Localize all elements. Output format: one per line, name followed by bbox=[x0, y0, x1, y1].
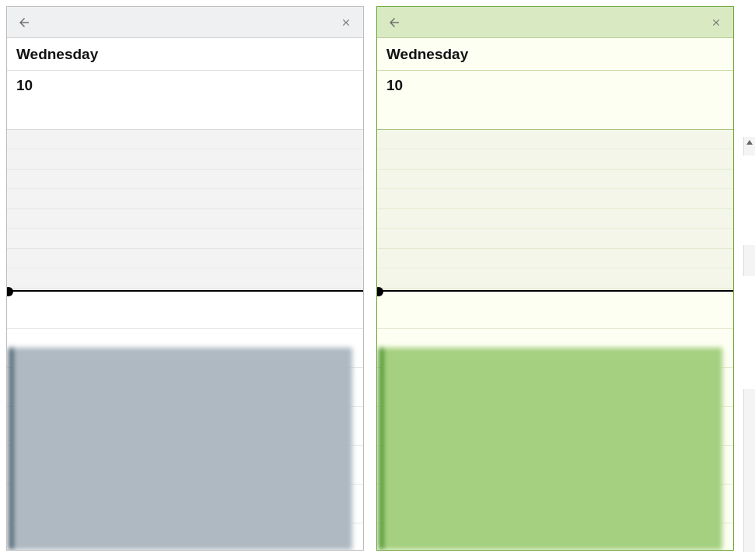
back-arrow-icon bbox=[17, 16, 31, 30]
day-of-week-label: Wednesday bbox=[7, 38, 363, 71]
close-button[interactable] bbox=[705, 12, 727, 33]
panel-titlebar bbox=[7, 7, 363, 38]
back-button[interactable] bbox=[13, 12, 35, 33]
current-time-line bbox=[7, 290, 363, 292]
nonworking-hours-shade bbox=[377, 130, 733, 290]
calendar-panel-left: Wednesday 10 bbox=[6, 6, 364, 551]
panel-titlebar bbox=[377, 7, 733, 38]
day-of-week-label: Wednesday bbox=[377, 38, 733, 71]
scrollbar-segment[interactable] bbox=[743, 245, 755, 276]
time-grid[interactable] bbox=[377, 130, 733, 550]
back-button[interactable] bbox=[383, 12, 405, 33]
calendar-event[interactable] bbox=[379, 348, 722, 550]
back-arrow-icon bbox=[387, 16, 401, 30]
scrollbar-up-button[interactable] bbox=[743, 137, 755, 156]
nonworking-hours-shade bbox=[7, 130, 363, 290]
day-number-label: 10 bbox=[377, 71, 733, 130]
calendar-compare-root: Wednesday 10 bbox=[0, 0, 755, 560]
panel-title-text bbox=[428, 11, 583, 30]
chevron-up-icon bbox=[746, 140, 753, 145]
close-icon bbox=[711, 17, 722, 28]
calendar-event[interactable] bbox=[9, 348, 352, 550]
current-time-line bbox=[377, 290, 733, 292]
day-number-label: 10 bbox=[7, 71, 363, 130]
calendar-panel-right: Wednesday 10 bbox=[376, 6, 734, 551]
time-grid[interactable] bbox=[7, 130, 363, 550]
scrollbar-segment[interactable] bbox=[743, 389, 755, 552]
panel-title-text bbox=[58, 11, 213, 30]
close-icon bbox=[341, 17, 351, 28]
close-button[interactable] bbox=[335, 12, 357, 33]
